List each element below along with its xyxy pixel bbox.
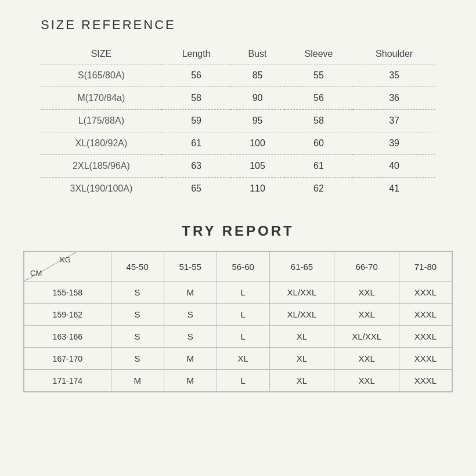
col-header-length: Length xyxy=(162,44,230,64)
try-cell-1-5: XXL xyxy=(334,304,399,326)
size-cell-0-1: 56 xyxy=(162,64,230,87)
size-cell-0-0: S(165/80A) xyxy=(41,64,162,87)
try-cell-1-0: 159-162 xyxy=(24,304,111,326)
try-cell-4-2: M xyxy=(164,370,217,392)
try-cell-0-3: L xyxy=(217,282,269,304)
try-cell-2-1: S xyxy=(111,326,164,348)
size-cell-4-3: 61 xyxy=(284,155,353,178)
try-cell-4-3: L xyxy=(217,370,269,392)
col-header-sleeve: Sleeve xyxy=(284,44,353,64)
size-cell-5-1: 65 xyxy=(162,178,230,200)
size-cell-1-2: 90 xyxy=(230,87,284,110)
try-cell-3-6: XXXL xyxy=(399,348,452,370)
try-report-table: KG CM 45-50 51-55 56-60 61-65 66-70 71-8… xyxy=(24,251,452,392)
col-header-bust: Bust xyxy=(230,44,284,64)
size-cell-5-4: 41 xyxy=(353,178,435,200)
try-cell-4-4: XL xyxy=(269,370,334,392)
kg-header-3: 61-65 xyxy=(269,252,334,282)
size-cell-3-0: XL(180/92A) xyxy=(41,132,162,155)
table-row: 2XL(185/96A)631056140 xyxy=(41,155,435,178)
size-cell-2-0: L(175/88A) xyxy=(41,110,162,132)
size-cell-3-4: 39 xyxy=(353,132,435,155)
size-cell-3-2: 100 xyxy=(230,132,284,155)
try-table-header-row: KG CM 45-50 51-55 56-60 61-65 66-70 71-8… xyxy=(24,252,452,282)
corner-cm-label: CM xyxy=(30,269,42,277)
table-row: 167-170SMXLXLXXLXXXL xyxy=(24,348,452,370)
col-header-size: SIZE xyxy=(41,44,162,64)
try-cell-0-1: S xyxy=(111,282,164,304)
table-row: 3XL(190/100A)651106241 xyxy=(41,178,435,200)
size-cell-2-2: 95 xyxy=(230,110,284,132)
try-cell-2-4: XL xyxy=(269,326,334,348)
size-cell-3-1: 61 xyxy=(162,132,230,155)
kg-header-2: 56-60 xyxy=(217,252,269,282)
size-cell-0-3: 55 xyxy=(284,64,353,87)
size-cell-0-4: 35 xyxy=(353,64,435,87)
size-table-header-row: SIZE Length Bust Sleeve Shoulder xyxy=(41,44,435,64)
try-cell-4-5: XXL xyxy=(334,370,399,392)
size-cell-5-3: 62 xyxy=(284,178,353,200)
table-row: M(170/84a)58905636 xyxy=(41,87,435,110)
try-cell-3-2: M xyxy=(164,348,217,370)
col-header-shoulder: Shoulder xyxy=(353,44,435,64)
size-cell-2-1: 59 xyxy=(162,110,230,132)
try-cell-2-2: S xyxy=(164,326,217,348)
try-cell-3-5: XXL xyxy=(334,348,399,370)
size-cell-4-0: 2XL(185/96A) xyxy=(41,155,162,178)
size-cell-5-2: 110 xyxy=(230,178,284,200)
try-cell-2-6: XXXL xyxy=(399,326,452,348)
try-cell-1-4: XL/XXL xyxy=(269,304,334,326)
size-reference-section: SIZE REFERENCE SIZE Length Bust Sleeve S… xyxy=(41,17,435,200)
size-reference-table: SIZE Length Bust Sleeve Shoulder S(165/8… xyxy=(41,44,435,200)
table-row: 171-174MMLXLXXLXXXL xyxy=(24,370,452,392)
size-cell-2-3: 58 xyxy=(284,110,353,132)
size-cell-4-4: 40 xyxy=(353,155,435,178)
try-cell-1-6: XXXL xyxy=(399,304,452,326)
corner-kg-label: KG xyxy=(60,255,71,264)
size-cell-4-1: 63 xyxy=(162,155,230,178)
try-cell-4-1: M xyxy=(111,370,164,392)
try-cell-3-0: 167-170 xyxy=(24,348,111,370)
kg-header-1: 51-55 xyxy=(164,252,217,282)
try-cell-0-6: XXXL xyxy=(399,282,452,304)
try-cell-4-0: 171-174 xyxy=(24,370,111,392)
table-row: 159-162SSLXL/XXLXXLXXXL xyxy=(24,304,452,326)
try-cell-0-2: M xyxy=(164,282,217,304)
try-cell-0-4: XL/XXL xyxy=(269,282,334,304)
size-cell-3-3: 60 xyxy=(284,132,353,155)
size-cell-4-2: 105 xyxy=(230,155,284,178)
try-cell-2-0: 163-166 xyxy=(24,326,111,348)
try-cell-1-3: L xyxy=(217,304,269,326)
size-cell-5-0: 3XL(190/100A) xyxy=(41,178,162,200)
size-cell-1-4: 36 xyxy=(353,87,435,110)
size-cell-1-0: M(170/84a) xyxy=(41,87,162,110)
try-cell-0-0: 155-158 xyxy=(24,282,111,304)
size-cell-1-3: 56 xyxy=(284,87,353,110)
kg-header-4: 66-70 xyxy=(334,252,399,282)
try-cell-1-2: S xyxy=(164,304,217,326)
try-cell-1-1: S xyxy=(111,304,164,326)
try-cell-3-4: XL xyxy=(269,348,334,370)
size-cell-0-2: 85 xyxy=(230,64,284,87)
corner-inner: KG CM xyxy=(24,252,77,281)
try-cell-2-3: L xyxy=(217,326,269,348)
try-report-title: TRY REPORT xyxy=(182,223,294,239)
try-cell-4-6: XXXL xyxy=(399,370,452,392)
table-row: 155-158SMLXL/XXLXXLXXXL xyxy=(24,282,452,304)
try-cell-0-5: XXL xyxy=(334,282,399,304)
size-reference-title: SIZE REFERENCE xyxy=(41,17,435,33)
try-cell-2-5: XL/XXL xyxy=(334,326,399,348)
try-cell-3-1: S xyxy=(111,348,164,370)
try-cell-3-3: XL xyxy=(217,348,269,370)
size-cell-1-1: 58 xyxy=(162,87,230,110)
table-row: 163-166SSLXLXL/XXLXXXL xyxy=(24,326,452,348)
table-row: S(165/80A)56855535 xyxy=(41,64,435,87)
table-row: XL(180/92A)611006039 xyxy=(41,132,435,155)
table-row: L(175/88A)59955837 xyxy=(41,110,435,132)
try-report-section: KG CM 45-50 51-55 56-60 61-65 66-70 71-8… xyxy=(23,251,453,392)
size-cell-2-4: 37 xyxy=(353,110,435,132)
kg-header-0: 45-50 xyxy=(111,252,164,282)
kg-header-5: 71-80 xyxy=(399,252,452,282)
corner-header: KG CM xyxy=(24,252,111,282)
